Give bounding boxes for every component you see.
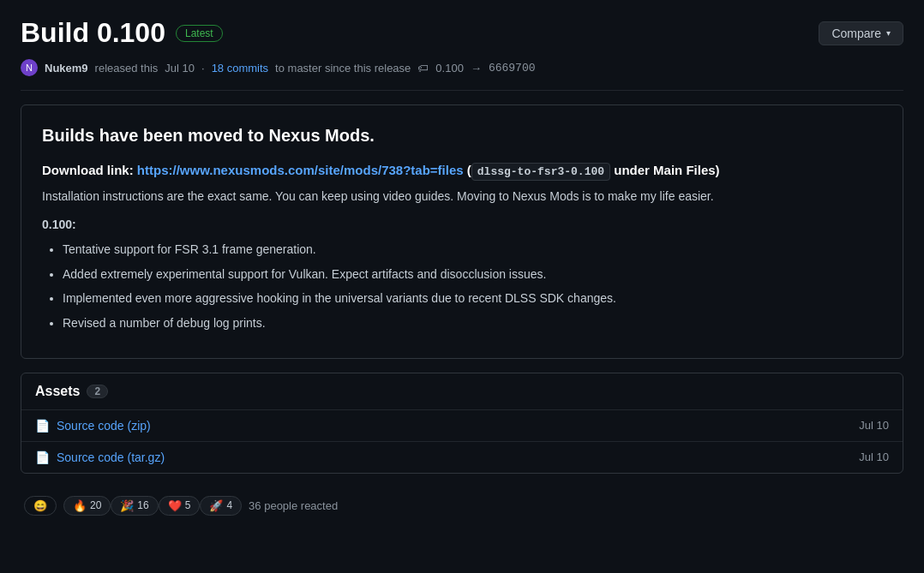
reaction-emoji: 🎉 [120, 499, 134, 512]
asset-left: 📄 Source code (zip) [35, 419, 151, 433]
commits-link[interactable]: 18 commits [212, 62, 268, 75]
reaction-count: 20 [90, 499, 101, 511]
reaction-button[interactable]: 🚀4 [200, 496, 242, 516]
tag-icon: 🏷 [417, 62, 429, 75]
reaction-buttons: 🔥20🎉16❤️5🚀4 [63, 496, 242, 516]
install-note: Installation instructions are the exact … [42, 187, 882, 206]
asset-link[interactable]: Source code (zip) [57, 419, 151, 433]
header-left: Build 0.100 Latest [21, 17, 223, 49]
reaction-emoji: ❤️ [168, 499, 182, 512]
version-label: 0.100: [42, 218, 882, 231]
compare-button[interactable]: Compare ▾ [819, 21, 903, 45]
bullet-item: Added extremely experimental support for… [63, 265, 882, 284]
bullet-item: Tentative support for FSR 3.1 frame gene… [63, 240, 882, 259]
page-title: Build 0.100 [21, 17, 165, 49]
page-header: Build 0.100 Latest Compare ▾ [21, 17, 903, 49]
content-heading: Builds have been moved to Nexus Mods. [42, 126, 882, 146]
asset-item: 📄 Source code (zip) Jul 10 [21, 410, 903, 442]
assets-header: Assets 2 [21, 373, 903, 410]
meta-dot: · [201, 62, 205, 75]
arrow-icon: → [471, 62, 482, 75]
asset-item: 📄 Source code (tar.gz) Jul 10 [21, 442, 903, 473]
bullet-item: Implemented even more aggressive hooking… [63, 289, 882, 307]
reaction-count: 5 [185, 499, 191, 511]
assets-count: 2 [87, 385, 108, 398]
tag-value: 0.100 [435, 62, 464, 75]
asset-left: 📄 Source code (tar.gz) [35, 451, 165, 464]
download-label: Download link: [42, 163, 134, 177]
chevron-down-icon: ▾ [886, 28, 891, 38]
release-content: Builds have been moved to Nexus Mods. Do… [21, 104, 903, 359]
commit-hash: 6669700 [489, 62, 536, 75]
commits-text: to master since this release [275, 62, 411, 75]
download-code: dlssg-to-fsr3-0.100 [471, 163, 610, 181]
reactions-summary: 36 people reacted [249, 499, 338, 512]
asset-date: Jul 10 [859, 419, 889, 432]
asset-date: Jul 10 [859, 451, 889, 463]
release-author: Nukem9 [45, 62, 88, 75]
reaction-button[interactable]: ❤️5 [159, 496, 201, 516]
asset-link[interactable]: Source code (tar.gz) [57, 451, 165, 464]
divider [21, 90, 903, 91]
download-line: Download link: https://www.nexusmods.com… [42, 163, 882, 178]
assets-title: Assets [35, 384, 80, 399]
download-url[interactable]: https://www.nexusmods.com/site/mods/738?… [137, 163, 464, 177]
reaction-count: 4 [226, 499, 232, 511]
reaction-count: 16 [137, 499, 148, 511]
reaction-button[interactable]: 🎉16 [111, 496, 158, 516]
reaction-emoji: 🚀 [209, 499, 223, 512]
reaction-button[interactable]: 🔥20 [63, 496, 111, 516]
reaction-emoji: 🔥 [73, 499, 87, 512]
avatar: N [21, 59, 38, 76]
bullet-item: Revised a number of debug log prints. [63, 313, 882, 332]
file-icon: 📄 [35, 419, 50, 433]
add-reaction-button[interactable]: 😄 [24, 496, 57, 516]
bullet-list: Tentative support for FSR 3.1 frame gene… [42, 240, 882, 332]
assets-list: 📄 Source code (zip) Jul 10 📄 Source code… [21, 410, 903, 473]
download-suffix: under Main Files) [610, 163, 720, 177]
release-action: released this [95, 62, 159, 75]
meta-row: N Nukem9 released this Jul 10 · 18 commi… [21, 59, 903, 76]
release-date: Jul 10 [165, 62, 195, 75]
file-icon: 📄 [35, 451, 50, 464]
latest-badge: Latest [176, 25, 223, 42]
reactions-row: 😄 🔥20🎉16❤️5🚀4 36 people reacted [21, 487, 903, 524]
assets-section: Assets 2 📄 Source code (zip) Jul 10 📄 So… [21, 373, 903, 474]
